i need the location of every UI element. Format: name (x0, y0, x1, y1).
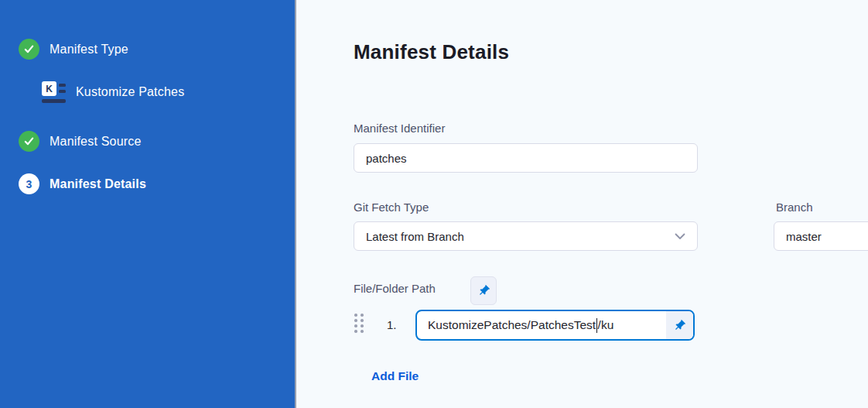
page-title: Manifest Details (354, 40, 509, 64)
sidebar-subitem-kustomize-patches[interactable]: K Kustomize Patches (40, 79, 184, 105)
drag-handle[interactable] (354, 314, 364, 333)
branch-input[interactable] (774, 221, 868, 251)
git-fetch-type-value: Latest from Branch (366, 230, 675, 243)
path-value-after-cursor: /ku (598, 318, 614, 332)
git-fetch-type-label: Git Fetch Type (354, 201, 429, 214)
file-folder-path-pin-button[interactable] (470, 276, 497, 305)
step-label: Manifest Type (50, 43, 128, 57)
pin-icon (673, 319, 686, 332)
check-icon (19, 131, 39, 152)
manifest-identifier-input[interactable] (354, 143, 698, 173)
path-value-before-cursor: KustomizePatches/PatchesTest (428, 318, 596, 332)
file-folder-path-label: File/Folder Path (354, 282, 436, 295)
step-label: Manifest Details (50, 177, 146, 191)
git-fetch-type-select[interactable]: Latest from Branch (354, 221, 698, 251)
add-file-button[interactable]: Add File (371, 369, 419, 383)
sidebar-step-manifest-type[interactable]: Manifest Type (19, 39, 128, 60)
path-input[interactable]: KustomizePatches/PatchesTest/ku (417, 311, 666, 339)
subitem-label: Kustomize Patches (76, 85, 184, 99)
chevron-down-icon (675, 233, 685, 240)
path-row-index: 1. (387, 318, 397, 331)
step-label: Manifest Source (50, 135, 142, 149)
path-pin-button[interactable] (666, 311, 693, 339)
wizard-sidebar: Manifest Type K Kustomize Patches Manife… (0, 0, 296, 408)
kustomize-icon: K (40, 79, 66, 105)
path-input-group: KustomizePatches/PatchesTest/ku (415, 310, 695, 341)
manifest-identifier-label: Manifest Identifier (354, 122, 445, 135)
step-number-badge: 3 (19, 173, 39, 194)
sidebar-step-manifest-details[interactable]: 3 Manifest Details (19, 173, 146, 194)
check-icon (19, 39, 39, 60)
sidebar-step-manifest-source[interactable]: Manifest Source (19, 131, 142, 152)
pin-icon (477, 284, 490, 297)
branch-label: Branch (776, 201, 813, 214)
